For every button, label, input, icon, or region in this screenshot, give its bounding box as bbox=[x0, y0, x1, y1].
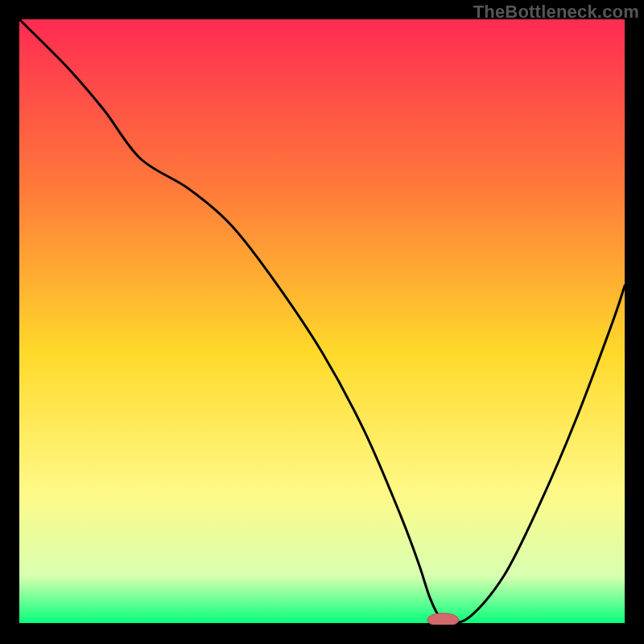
chart-frame: TheBottleneck.com bbox=[0, 0, 644, 644]
gradient-background bbox=[19, 19, 625, 625]
chart-plot-area bbox=[19, 19, 625, 625]
optimal-marker bbox=[427, 613, 459, 625]
chart-svg bbox=[19, 19, 625, 625]
watermark-text: TheBottleneck.com bbox=[473, 2, 639, 23]
